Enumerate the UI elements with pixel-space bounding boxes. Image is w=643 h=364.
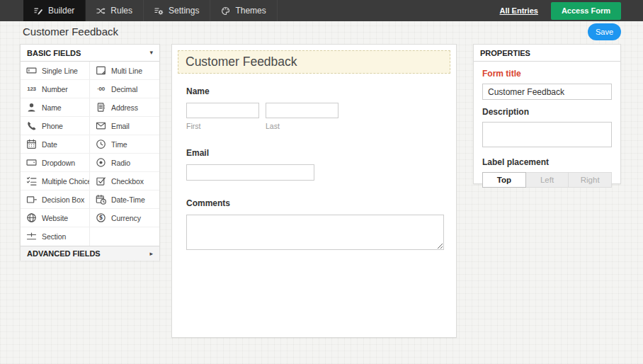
top-nav: BuilderRulesSettingsThemes All Entries A… (0, 0, 643, 21)
field-item-label: Multi Line (111, 67, 142, 75)
field-item-decimal[interactable]: ·00Decimal (90, 80, 159, 98)
field-item-multiple-choice[interactable]: Multiple Choice (21, 172, 90, 190)
label-placement-segmented: TopLeftRight (482, 172, 612, 188)
field-item-time[interactable]: Time (90, 135, 159, 154)
nav-tab-rules[interactable]: Rules (86, 0, 144, 21)
phone-icon (26, 120, 37, 131)
field-item-label: Dropdown (42, 159, 75, 167)
first-name-input[interactable] (186, 103, 259, 118)
nav-tab-label: Rules (110, 6, 132, 16)
field-item-label: Number (42, 85, 68, 93)
chevron-down-icon: ▾ (149, 50, 153, 56)
properties-panel: PROPERTIES Form title Description Label … (473, 44, 621, 184)
field-item-radio[interactable]: Radio (90, 154, 159, 172)
properties-header: PROPERTIES (474, 45, 620, 62)
field-item-label: Single Line (42, 67, 78, 75)
label-placement-label: Label placement (482, 157, 612, 167)
multi-line-icon (96, 65, 106, 76)
field-item-date-time[interactable]: Date-Time (90, 190, 159, 209)
field-item-phone[interactable]: Phone (21, 117, 90, 135)
nav-tab-builder[interactable]: Builder (23, 0, 86, 21)
advanced-fields-header[interactable]: ADVANCED FIELDS ▸ (21, 246, 159, 261)
field-item-label: Time (111, 140, 127, 149)
field-item-single-line[interactable]: Single Line (21, 62, 90, 80)
form-canvas-body: NameFirstLastEmailComments (172, 79, 456, 253)
basic-fields-header[interactable]: BASIC FIELDS ▾ (21, 45, 159, 62)
field-item-label: Date-Time (111, 195, 145, 204)
placement-left-button[interactable]: Left (525, 172, 569, 188)
field-item-label: Date (42, 140, 57, 149)
multiple-choice-icon (26, 176, 37, 186)
field-item-decision-box[interactable]: Decision Box (21, 190, 90, 209)
last-name-group: Last (266, 103, 338, 130)
description-textarea[interactable] (482, 122, 612, 147)
field-item-empty (90, 227, 159, 246)
field-label: Name (186, 86, 443, 96)
date-icon (26, 139, 37, 149)
field-item-name[interactable]: Name (21, 98, 90, 117)
field-item-number[interactable]: 123Number (21, 80, 90, 98)
basic-fields-grid: Single LineMulti Line123Number·00Decimal… (21, 62, 159, 246)
form-canvas: Customer Feedback NameFirstLastEmailComm… (171, 44, 457, 338)
field-item-label: Name (42, 103, 62, 112)
description-label: Description (482, 107, 612, 117)
form-field-comments[interactable]: Comments (186, 198, 443, 253)
nav-tab-themes[interactable]: Themes (210, 0, 277, 21)
website-icon (26, 212, 37, 223)
nav-tab-settings[interactable]: Settings (144, 0, 210, 21)
last-sublabel: Last (266, 122, 338, 130)
properties-body: Form title Description Label placement T… (474, 62, 620, 195)
chevron-right-icon: ▸ (149, 251, 153, 257)
field-item-label: Website (42, 214, 68, 222)
field-item-label: Phone (42, 122, 63, 130)
field-item-label: Multiple Choice (42, 177, 90, 186)
nav-tab-label: Settings (169, 6, 199, 16)
single-line-icon (26, 65, 37, 76)
field-item-date[interactable]: Date (21, 135, 90, 154)
field-item-currency[interactable]: $Currency (90, 209, 159, 227)
field-label: Email (186, 148, 443, 158)
form-field-name[interactable]: NameFirstLast (186, 86, 443, 130)
field-item-address[interactable]: Address (90, 98, 159, 117)
field-item-label: Decision Box (42, 195, 84, 204)
field-item-email[interactable]: Email (90, 117, 159, 135)
currency-icon: $ (96, 212, 106, 223)
email-input[interactable] (186, 164, 314, 181)
fields-sidebar: BASIC FIELDS ▾ Single LineMulti Line123N… (20, 44, 160, 261)
first-name-group: First (186, 103, 259, 130)
field-item-section[interactable]: Section (21, 227, 90, 246)
number-icon: 123 (26, 86, 37, 92)
field-item-label: Address (111, 103, 138, 112)
field-item-checkbox[interactable]: Checkbox (90, 172, 159, 190)
save-button[interactable]: Save (588, 23, 621, 40)
decision-box-icon (26, 194, 37, 205)
field-item-dropdown[interactable]: Dropdown (21, 154, 90, 172)
section-icon (26, 232, 37, 242)
nav-tab-label: Themes (235, 6, 266, 16)
field-item-label: Checkbox (111, 177, 144, 186)
all-entries-link[interactable]: All Entries (500, 6, 538, 15)
placement-top-button[interactable]: Top (482, 172, 526, 188)
name-inputs-row: FirstLast (186, 103, 443, 130)
settings-icon (154, 6, 164, 16)
form-canvas-title: Customer Feedback (186, 55, 297, 69)
form-title-input[interactable] (482, 84, 612, 100)
field-item-label: Radio (111, 159, 130, 167)
dropdown-icon (26, 157, 37, 168)
properties-label: PROPERTIES (480, 49, 530, 57)
nav-tab-label: Builder (48, 6, 74, 16)
comments-textarea[interactable] (186, 215, 444, 250)
form-title-label: Form title (482, 69, 612, 79)
form-field-email[interactable]: Email (186, 148, 443, 181)
placement-right-button[interactable]: Right (568, 172, 612, 188)
rules-icon (96, 6, 106, 16)
field-item-label: Section (42, 232, 66, 241)
advanced-fields-label: ADVANCED FIELDS (27, 249, 101, 258)
name-icon (26, 102, 37, 113)
form-title-block[interactable]: Customer Feedback (178, 50, 450, 74)
last-name-input[interactable] (266, 103, 338, 118)
field-item-website[interactable]: Website (21, 209, 90, 227)
access-form-button[interactable]: Access Form (551, 2, 621, 20)
field-item-multi-line[interactable]: Multi Line (90, 62, 159, 80)
field-item-label: Currency (111, 214, 141, 222)
